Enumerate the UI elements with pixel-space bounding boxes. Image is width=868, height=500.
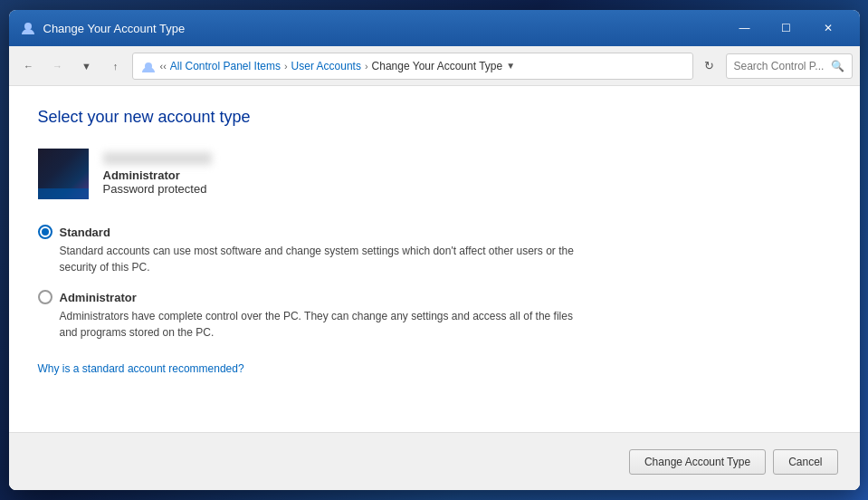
avatar-stripe xyxy=(38,188,89,199)
option-administrator-desc: Administrators have complete control ove… xyxy=(60,308,585,341)
radio-administrator[interactable] xyxy=(38,290,52,304)
user-details: Administrator Password protected xyxy=(103,152,212,196)
help-link[interactable]: Why is a standard account recommended? xyxy=(38,362,244,375)
radio-standard[interactable] xyxy=(38,225,52,239)
window-controls: — ☐ ✕ xyxy=(724,10,849,46)
account-type-options: Standard Standard accounts can use most … xyxy=(38,225,831,341)
search-box: 🔍 xyxy=(726,53,853,79)
maximize-button[interactable]: ☐ xyxy=(766,10,807,46)
forward-button[interactable]: → xyxy=(45,53,71,79)
option-administrator: Administrator Administrators have comple… xyxy=(38,290,831,341)
option-standard-label: Standard xyxy=(60,226,110,239)
back-button[interactable]: ← xyxy=(16,53,42,79)
option-standard: Standard Standard accounts can use most … xyxy=(38,225,831,275)
breadcrumb-control-panel[interactable]: All Control Panel Items xyxy=(170,60,281,72)
up-button[interactable]: ↑ xyxy=(103,53,129,79)
main-content: Select your new account type Administrat… xyxy=(9,86,860,490)
cancel-button[interactable]: Cancel xyxy=(773,449,837,475)
breadcrumb-sep-1: › xyxy=(284,61,288,72)
svg-point-0 xyxy=(24,23,32,30)
address-bar: ← → ▼ ↑ ‹‹ All Control Panel Items › Use… xyxy=(9,46,860,86)
user-status: Password protected xyxy=(103,182,212,196)
breadcrumb-dropdown-button[interactable]: ▼ xyxy=(506,61,515,71)
breadcrumb-separator-0: ‹‹ xyxy=(160,61,167,72)
breadcrumb: ‹‹ All Control Panel Items › User Accoun… xyxy=(132,53,693,80)
recent-pages-button[interactable]: ▼ xyxy=(74,53,100,79)
option-standard-desc: Standard accounts can use most software … xyxy=(60,243,585,275)
user-avatar xyxy=(38,149,89,199)
main-window: Change Your Account Type — ☐ ✕ ← → ▼ ↑ ‹… xyxy=(9,10,860,490)
breadcrumb-sep-2: › xyxy=(365,61,368,72)
minimize-button[interactable]: — xyxy=(724,10,766,46)
window-icon xyxy=(20,20,36,36)
user-name-blurred xyxy=(103,152,212,165)
window-title: Change Your Account Type xyxy=(43,22,724,35)
footer: Change Account Type Cancel xyxy=(9,432,860,490)
user-info: Administrator Password protected xyxy=(38,149,831,199)
breadcrumb-current: Change Your Account Type xyxy=(372,60,503,72)
content-area: Select your new account type Administrat… xyxy=(9,86,860,432)
breadcrumb-user-accounts[interactable]: User Accounts xyxy=(291,60,361,72)
avatar-image xyxy=(38,149,89,199)
user-role: Administrator xyxy=(103,168,212,182)
option-standard-row: Standard xyxy=(38,225,831,239)
title-bar: Change Your Account Type — ☐ ✕ xyxy=(9,10,860,46)
page-title: Select your new account type xyxy=(38,108,831,127)
change-account-button[interactable]: Change Account Type xyxy=(629,449,766,475)
control-panel-icon xyxy=(140,58,157,74)
option-administrator-row: Administrator xyxy=(38,290,831,304)
search-input[interactable] xyxy=(734,60,827,72)
refresh-button[interactable]: ↻ xyxy=(697,53,722,79)
search-icon: 🔍 xyxy=(831,60,844,72)
close-button[interactable]: ✕ xyxy=(807,10,849,46)
option-administrator-label: Administrator xyxy=(60,291,137,304)
